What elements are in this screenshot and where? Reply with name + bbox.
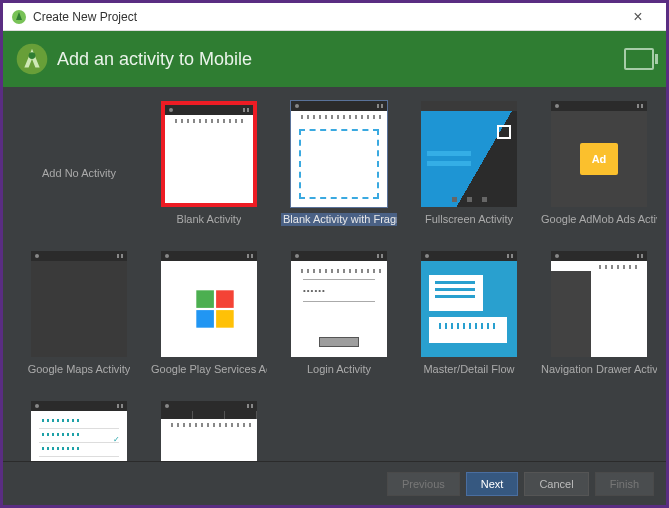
activity-label: Fullscreen Activity <box>425 213 513 226</box>
activity-thumb <box>31 251 127 357</box>
close-icon[interactable]: × <box>618 3 658 31</box>
activity-thumb: Ad <box>551 101 647 207</box>
activity-option-none[interactable]: Add No Activity <box>21 101 137 241</box>
wizard-header: Add an activity to Mobile <box>3 31 666 87</box>
activity-thumb <box>421 251 517 357</box>
activity-thumb: ✓ <box>31 401 127 461</box>
app-icon <box>11 9 27 25</box>
activity-thumb <box>161 101 257 207</box>
finish-button[interactable]: Finish <box>595 472 654 496</box>
activity-option-login[interactable]: •••••• Login Activity <box>281 251 397 391</box>
window-title: Create New Project <box>33 10 137 24</box>
activity-label: Login Activity <box>307 363 371 376</box>
activity-label: Master/Detail Flow <box>423 363 514 376</box>
activity-label: Google Play Services Activity <box>151 363 267 376</box>
wizard-footer: Previous Next Cancel Finish <box>3 461 666 505</box>
activity-gallery: Add No Activity Blank Activity Blank Act… <box>3 87 666 461</box>
activity-option-nav-drawer[interactable]: Navigation Drawer Activity <box>541 251 657 391</box>
activity-label: Google AdMob Ads Activity <box>541 213 657 226</box>
android-studio-icon <box>15 42 49 76</box>
activity-label: Navigation Drawer Activity <box>541 363 657 376</box>
wizard-window: Create New Project × Add an activity to … <box>3 3 666 505</box>
puzzle-icon <box>193 287 237 331</box>
activity-label: Add No Activity <box>42 167 116 180</box>
titlebar: Create New Project × <box>3 3 666 31</box>
previous-button[interactable]: Previous <box>387 472 460 496</box>
activity-option-settings[interactable]: ✓ <box>21 401 137 461</box>
activity-option-master-detail[interactable]: Master/Detail Flow <box>411 251 527 391</box>
activity-option-play-services[interactable]: Google Play Services Activity <box>151 251 267 391</box>
activity-thumb <box>551 251 647 357</box>
activity-thumb <box>161 251 257 357</box>
activity-option-admob[interactable]: Ad Google AdMob Ads Activity <box>541 101 657 241</box>
svg-point-2 <box>29 52 36 59</box>
activity-thumb <box>161 401 257 461</box>
next-button[interactable]: Next <box>466 472 519 496</box>
activity-label: Blank Activity <box>177 213 242 226</box>
activity-option-tabbed[interactable] <box>151 401 267 461</box>
ad-badge: Ad <box>580 143 618 175</box>
activity-option-maps[interactable]: Google Maps Activity <box>21 251 137 391</box>
activity-thumb <box>291 101 387 207</box>
page-title: Add an activity to Mobile <box>57 49 252 70</box>
device-icon <box>624 48 654 70</box>
activity-option-fullscreen[interactable]: Fullscreen Activity <box>411 101 527 241</box>
activity-thumb <box>421 101 517 207</box>
cancel-button[interactable]: Cancel <box>524 472 588 496</box>
activity-label: Google Maps Activity <box>28 363 131 376</box>
activity-option-blank-fragment[interactable]: Blank Activity with Fragment <box>281 101 397 241</box>
activity-option-blank[interactable]: Blank Activity <box>151 101 267 241</box>
activity-thumb: •••••• <box>291 251 387 357</box>
activity-label: Blank Activity with Fragment <box>281 213 397 226</box>
